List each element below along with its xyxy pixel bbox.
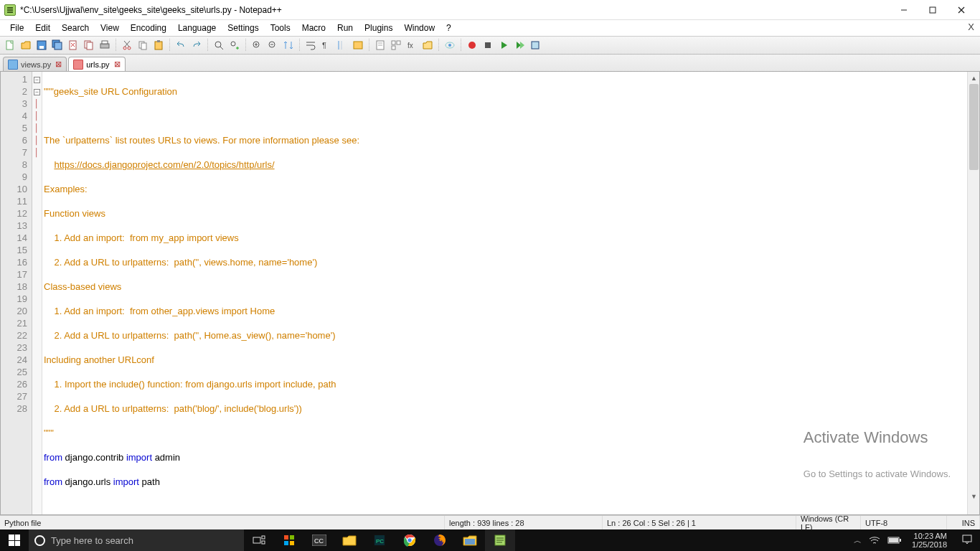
sync-scroll-icon[interactable] [281,38,296,52]
taskbar-app-pycharm[interactable]: PC [364,529,395,551]
svg-rect-51 [284,535,288,540]
taskbar-search[interactable]: Type here to search [29,529,244,551]
copy-icon[interactable] [136,38,150,52]
taskbar-app-explorer[interactable] [334,529,364,551]
menu-help[interactable]: ? [440,22,457,34]
tray-wifi-icon[interactable] [869,536,880,545]
tab-views-py[interactable]: views.py ⊠ [3,57,67,71]
toolbar: ¶ fx [0,36,980,55]
windows-taskbar: Type here to search CC PC ︿ 10:23 AM 1/2… [0,529,980,551]
menu-edit[interactable]: Edit [29,22,56,34]
svg-rect-22 [155,42,162,50]
replace-icon[interactable] [227,38,242,52]
menu-bar: File Edit Search View Encoding Language … [0,20,980,36]
func-list-icon[interactable]: fx [405,38,419,52]
folder-icon[interactable] [420,38,435,52]
title-bar: *C:\Users\Ujjwal\env_site\geeks_site\gee… [0,0,980,20]
svg-point-16 [123,47,126,50]
tray-notifications-icon[interactable] [957,534,977,547]
menu-file[interactable]: File [4,22,29,34]
zoom-in-icon[interactable] [250,38,264,52]
redo-icon[interactable] [189,38,204,52]
cut-icon[interactable] [120,38,134,52]
status-length: length : 939 lines : 28 [445,516,603,529]
menu-settings[interactable]: Settings [222,22,264,34]
svg-rect-53 [284,541,288,545]
svg-rect-70 [889,538,898,542]
menu-tools[interactable]: Tools [265,22,296,34]
status-bar: Python file length : 939 lines : 28 Ln :… [0,515,980,529]
menu-run[interactable]: Run [331,22,359,34]
svg-rect-54 [290,541,294,545]
code-editor[interactable]: 1234 5678 9101112 13141516 17181920 2122… [0,72,980,515]
svg-rect-46 [485,42,491,48]
svg-rect-40 [397,41,400,44]
tab-close-icon[interactable]: ⊠ [55,60,62,69]
menu-plugins[interactable]: Plugins [359,22,398,34]
menu-search[interactable]: Search [56,22,95,34]
windows-logo-icon [9,534,20,546]
print-icon[interactable] [98,38,112,52]
undo-icon[interactable] [174,38,188,52]
svg-rect-1 [930,7,936,13]
taskbar-app-cc[interactable]: CC [304,529,334,551]
start-button[interactable] [0,529,29,551]
taskbar-app-chrome[interactable] [395,529,425,551]
tray-clock[interactable]: 10:23 AM 1/25/2018 [909,532,950,549]
minimize-button[interactable] [890,1,918,19]
svg-point-17 [128,47,131,50]
tray-battery-icon[interactable] [887,537,902,544]
svg-rect-63 [465,539,475,545]
new-file-icon[interactable] [3,38,17,52]
svg-rect-23 [157,40,160,42]
menu-window[interactable]: Window [398,22,440,34]
menu-encoding[interactable]: Encoding [125,22,172,34]
code-area[interactable]: """geeks_site URL Configuration The `url… [42,72,979,514]
fold-column[interactable]: − − │││││ [32,72,42,514]
svg-text:CC: CC [314,537,324,545]
vertical-scrollbar[interactable]: ▲ ▼ [967,72,979,514]
doc-map-icon[interactable] [373,38,387,52]
tab-urls-py[interactable]: urls.py ⊠ [68,57,125,71]
status-encoding: UTF-8 [861,516,947,529]
tab-close-icon[interactable]: ⊠ [114,60,121,69]
stop-macro-icon[interactable] [481,38,495,52]
play-multi-icon[interactable] [512,38,527,52]
task-view-icon[interactable] [244,529,274,551]
doc-list-icon[interactable] [389,38,403,52]
show-all-chars-icon[interactable]: ¶ [319,38,334,52]
open-file-icon[interactable] [19,38,33,52]
svg-text:¶: ¶ [322,41,326,50]
maximize-button[interactable] [918,1,947,19]
wordwrap-icon[interactable] [303,38,318,52]
taskbar-app-notepadpp[interactable] [485,529,515,551]
zoom-out-icon[interactable] [265,38,280,52]
menu-view[interactable]: View [95,22,125,34]
svg-rect-50 [262,541,265,544]
taskbar-app-files[interactable] [455,529,485,551]
indent-guide-icon[interactable] [335,38,349,52]
play-macro-icon[interactable] [496,38,511,52]
tray-chevron-icon[interactable]: ︿ [854,535,862,546]
monitor-icon[interactable] [443,38,457,52]
save-all-icon[interactable] [50,38,65,52]
paste-icon[interactable] [151,38,166,52]
svg-rect-15 [102,41,108,44]
svg-rect-6 [39,46,44,49]
taskbar-app-store[interactable] [274,529,304,551]
record-macro-icon[interactable] [465,38,479,52]
svg-rect-13 [87,42,93,50]
menu-close-x[interactable]: X [968,22,974,32]
save-icon[interactable] [34,38,49,52]
save-macro-icon[interactable] [528,38,542,52]
lang-icon[interactable] [351,38,365,52]
svg-rect-39 [392,41,395,44]
close-file-icon[interactable] [66,38,80,52]
close-all-icon[interactable] [82,38,96,52]
menu-language[interactable]: Language [172,22,222,34]
menu-macro[interactable]: Macro [296,22,331,34]
taskbar-app-firefox[interactable] [425,529,455,551]
file-icon [73,60,83,70]
close-button[interactable] [947,1,976,19]
find-icon[interactable] [212,38,226,52]
